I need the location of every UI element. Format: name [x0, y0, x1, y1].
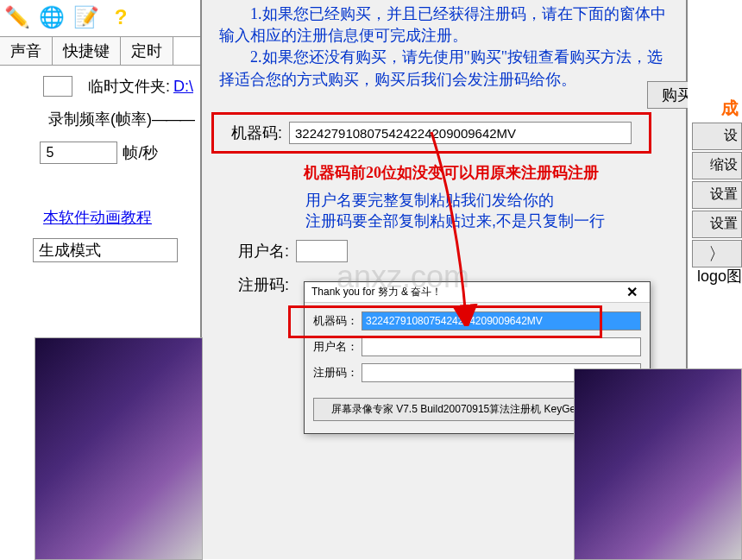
- popup-title-text: Thank you for 努力 & 奋斗！: [311, 285, 442, 299]
- popup-machine-input[interactable]: [362, 311, 641, 330]
- red-note: 机器码前20位如没变可以用原来注册码注册: [304, 162, 599, 183]
- blue-note-regcode: 注册码要全部复制粘贴过来,不是只复制一行: [305, 211, 605, 231]
- username-label: 用户名:: [238, 241, 289, 261]
- help-icon[interactable]: ?: [104, 2, 138, 33]
- settings-button-2[interactable]: 设置: [692, 181, 742, 209]
- popup-user-input[interactable]: [362, 337, 641, 356]
- logo-label: logo图: [697, 266, 742, 286]
- temp-folder-path-link[interactable]: D:\: [173, 78, 193, 96]
- instruction-line2: 2.如果您还没有购买，请先使用"购买"按钮查看购买方法，选择适合您的方式购买，购…: [202, 47, 686, 90]
- tabs-row: 声音 快捷键 定时: [0, 36, 200, 66]
- machine-code-highlight: 机器码:: [211, 112, 651, 154]
- settings-button-1[interactable]: 设: [692, 123, 742, 150]
- temp-folder-label: 临时文件夹:: [88, 76, 170, 97]
- machine-code-label: 机器码:: [231, 123, 282, 143]
- gen-mode-input[interactable]: [33, 238, 178, 262]
- fps-input[interactable]: [40, 142, 117, 164]
- fps-unit-label: 帧/秒: [123, 142, 158, 163]
- settings-button-3[interactable]: 设置: [692, 211, 742, 238]
- username-input[interactable]: [296, 240, 348, 262]
- popup-user-label: 用户名：: [313, 339, 358, 355]
- blue-note-username: 用户名要完整复制粘贴我们发给你的: [305, 190, 554, 211]
- machine-code-input[interactable]: [289, 122, 632, 144]
- popup-reg-label: 注册码：: [313, 365, 358, 381]
- unknown-small-input[interactable]: [43, 76, 72, 97]
- tab-timer[interactable]: 定时: [121, 37, 173, 65]
- edit-doc-icon[interactable]: 📝: [69, 2, 104, 33]
- thumbnail-1[interactable]: [35, 337, 203, 560]
- regcode-label: 注册码:: [238, 274, 289, 295]
- tab-hotkey[interactable]: 快捷键: [53, 37, 121, 65]
- instruction-line1: 1.如果您已经购买，并且已经获得注册码，请在下面的窗体中输入相应的注册信息便可完…: [202, 3, 686, 47]
- freq-label: 录制频率(帧率): [48, 109, 152, 129]
- thumbnail-2[interactable]: [574, 368, 742, 560]
- toolbar: ✏️ 🌐 📝 ?: [0, 2, 138, 33]
- tutorial-link[interactable]: 本软件动画教程: [43, 209, 152, 226]
- pencil-icon[interactable]: ✏️: [0, 2, 35, 33]
- close-icon[interactable]: ✕: [621, 284, 643, 300]
- popup-machine-label: 机器码：: [313, 313, 358, 329]
- left-panel: 临时文件夹: D:\ 录制频率(帧率) ——— 帧/秒 本软件动画教程: [0, 76, 198, 262]
- globe-icon[interactable]: 🌐: [35, 2, 69, 33]
- tab-sound[interactable]: 声音: [0, 37, 53, 65]
- compress-settings-button[interactable]: 缩设: [692, 152, 742, 179]
- expand-arrow-button[interactable]: 〉: [692, 240, 742, 267]
- orange-char: 成: [721, 97, 739, 120]
